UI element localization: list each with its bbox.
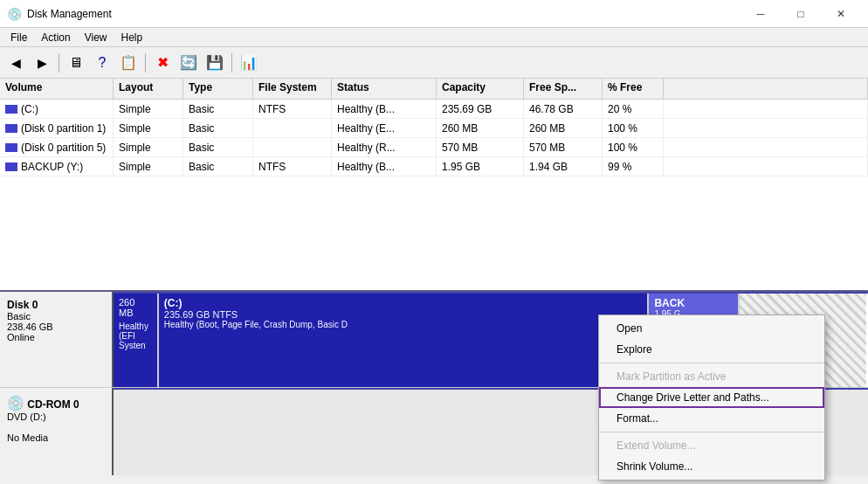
drive-icon-1 [5, 124, 17, 133]
partition-c-label: (C:) [164, 297, 643, 309]
disk0-size: 238.46 GB [7, 322, 105, 332]
td-status-2: Healthy (R... [332, 138, 437, 156]
disk-mgmt-button[interactable]: 🖥 [64, 51, 88, 75]
partition-back-label: BACK [654, 297, 733, 309]
delete-button[interactable]: ✖ [150, 51, 175, 75]
table-row[interactable]: BACKUP (Y:) Simple Basic NTFS Healthy (B… [0, 157, 868, 176]
td-extra-2 [664, 138, 868, 156]
td-freesp-0: 46.78 GB [524, 100, 603, 118]
minimize-button[interactable]: ─ [741, 0, 781, 28]
app-icon: 💿 [7, 7, 22, 21]
menu-action[interactable]: Action [34, 30, 77, 45]
td-fs-1 [253, 119, 332, 137]
ctx-item-open[interactable]: Open [599, 318, 824, 339]
partition-c-sublabel: 235.69 GB NTFS [164, 309, 643, 320]
window-controls: ─ □ ✕ [741, 0, 861, 28]
volume-table: Volume Layout Type File System Status Ca… [0, 79, 868, 292]
col-header-type: Type [183, 79, 253, 99]
col-header-fs: File System [253, 79, 332, 99]
drive-icon-0 [5, 105, 17, 114]
td-layout-2: Simple [114, 138, 183, 156]
col-header-pctfree: % Free [603, 79, 664, 99]
toolbar-separator-1 [59, 53, 59, 73]
td-freesp-1: 260 MB [524, 119, 603, 137]
menu-help[interactable]: Help [114, 30, 150, 45]
td-capacity-2: 570 MB [437, 138, 524, 156]
partition-efi[interactable]: 260 MB Healthy (EFI Systen [114, 294, 159, 387]
td-volume-2: (Disk 0 partition 5) [0, 138, 114, 156]
td-type-2: Basic [183, 138, 253, 156]
td-pctfree-1: 100 % [603, 119, 664, 137]
drive-icon-2 [5, 143, 17, 152]
table-row[interactable]: (C:) Simple Basic NTFS Healthy (B... 235… [0, 100, 868, 119]
td-volume-3: BACKUP (Y:) [0, 157, 114, 176]
cdrom0-status: No Media [7, 432, 105, 443]
col-header-volume: Volume [0, 79, 114, 99]
ctx-item-mark-partition-as-active: Mark Partition as Active [599, 366, 824, 387]
partition-c-subsub: Healthy (Boot, Page File, Crash Dump, Ba… [164, 320, 643, 329]
td-layout-3: Simple [114, 157, 183, 176]
app-title: Disk Management [27, 8, 741, 20]
td-layout-0: Simple [114, 100, 183, 118]
ctx-item-explore[interactable]: Explore [599, 339, 824, 360]
cdrom0-label: 💿 CD-ROM 0 DVD (D:) No Media [0, 388, 114, 475]
partition-c[interactable]: (C:) 235.69 GB NTFS Healthy (Boot, Page … [159, 294, 650, 387]
ctx-item-change-drive-letter-and-paths[interactable]: Change Drive Letter and Paths... [599, 387, 824, 408]
col-header-freesp: Free Sp... [524, 79, 603, 99]
table-row[interactable]: (Disk 0 partition 5) Simple Basic Health… [0, 138, 868, 157]
drive-icon-3 [5, 162, 17, 171]
td-type-0: Basic [183, 100, 253, 118]
td-volume-0: (C:) [0, 100, 114, 118]
view-button[interactable]: 📊 [237, 51, 261, 75]
ctx-separator [599, 432, 824, 432]
col-header-capacity: Capacity [437, 79, 524, 99]
td-fs-0: NTFS [253, 100, 332, 118]
ctx-separator [599, 363, 824, 363]
table-row[interactable]: (Disk 0 partition 1) Simple Basic Health… [0, 119, 868, 138]
disk0-type: Basic [7, 311, 105, 322]
close-button[interactable]: ✕ [821, 0, 861, 28]
td-type-1: Basic [183, 119, 253, 137]
maximize-button[interactable]: □ [781, 0, 821, 28]
context-menu: OpenExploreMark Partition as ActiveChang… [598, 315, 825, 481]
disk0-status: Online [7, 332, 105, 342]
td-extra-3 [664, 157, 868, 176]
td-capacity-3: 1.95 GB [437, 157, 524, 176]
partition-efi-sublabel: Healthy (EFI Systen [119, 322, 152, 350]
menu-bar: File Action View Help [0, 28, 868, 47]
td-fs-3: NTFS [253, 157, 332, 176]
td-layout-1: Simple [114, 119, 183, 137]
td-extra-0 [664, 100, 868, 118]
td-pctfree-0: 20 % [603, 100, 664, 118]
ctx-item-shrink-volume[interactable]: Shrink Volume... [599, 456, 824, 477]
td-capacity-1: 260 MB [437, 119, 524, 137]
menu-view[interactable]: View [78, 30, 114, 45]
td-freesp-3: 1.94 GB [524, 157, 603, 176]
ctx-item-extend-volume: Extend Volume... [599, 435, 824, 456]
refresh-button[interactable]: 🔄 [176, 51, 201, 75]
td-status-1: Healthy (E... [332, 119, 437, 137]
toolbar: ◀ ▶ 🖥 ? 📋 ✖ 🔄 💾 📊 [0, 47, 868, 79]
table-header: Volume Layout Type File System Status Ca… [0, 79, 868, 100]
menu-file[interactable]: File [3, 30, 34, 45]
td-pctfree-3: 99 % [603, 157, 664, 176]
col-header-status: Status [332, 79, 437, 99]
td-freesp-2: 570 MB [524, 138, 603, 156]
disk0-name: Disk 0 [7, 299, 105, 311]
ctx-item-format[interactable]: Format... [599, 408, 824, 429]
back-button[interactable]: ◀ [3, 51, 28, 75]
forward-button[interactable]: ▶ [30, 51, 54, 75]
properties-button[interactable]: 📋 [116, 51, 141, 75]
td-status-3: Healthy (B... [332, 157, 437, 176]
td-fs-2 [253, 138, 332, 156]
td-status-0: Healthy (B... [332, 100, 437, 118]
toolbar-separator-2 [145, 53, 146, 73]
help-button[interactable]: ? [90, 51, 114, 75]
td-extra-1 [664, 119, 868, 137]
export-button[interactable]: 💾 [203, 51, 227, 75]
td-pctfree-2: 100 % [603, 138, 664, 156]
cdrom0-type: DVD (D:) [7, 411, 105, 422]
table-body: (C:) Simple Basic NTFS Healthy (B... 235… [0, 100, 868, 176]
cdrom0-name: 💿 CD-ROM 0 [7, 395, 105, 411]
toolbar-separator-3 [231, 53, 232, 73]
